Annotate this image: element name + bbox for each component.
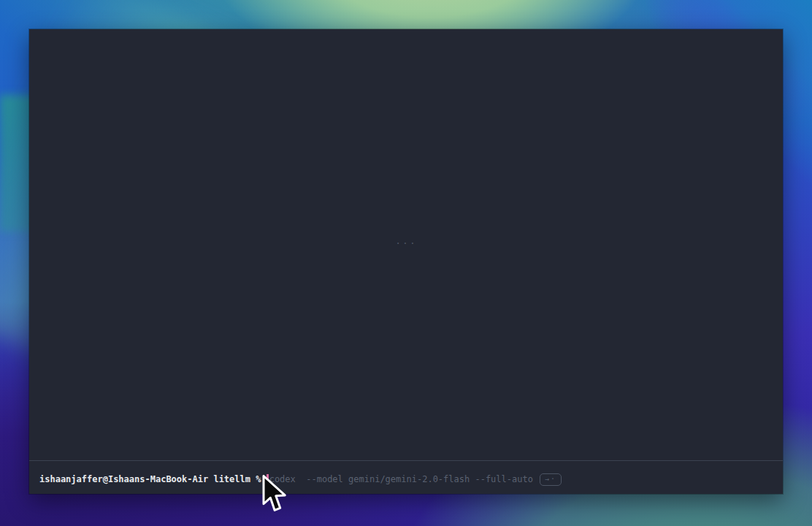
text-caret	[267, 474, 269, 485]
loading-ellipsis-text: ...	[395, 235, 416, 246]
terminal-window[interactable]: ... ishaanjaffer@Ishaans-MacBook-Air lit…	[29, 29, 783, 494]
autosuggestion-text: codex --model gemini/gemini-2.0-flash --…	[269, 471, 533, 487]
terminal-output-area[interactable]: ... ishaanjaffer@Ishaans-MacBook-Air lit…	[29, 29, 783, 494]
prompt-separator-line	[29, 460, 783, 461]
accept-suggestion-hint-badge: →·	[540, 473, 562, 486]
command-prompt-row[interactable]: ishaanjaffer@Ishaans-MacBook-Air litellm…	[39, 471, 777, 487]
shell-prompt-text: ishaanjaffer@Ishaans-MacBook-Air litellm…	[39, 471, 267, 487]
